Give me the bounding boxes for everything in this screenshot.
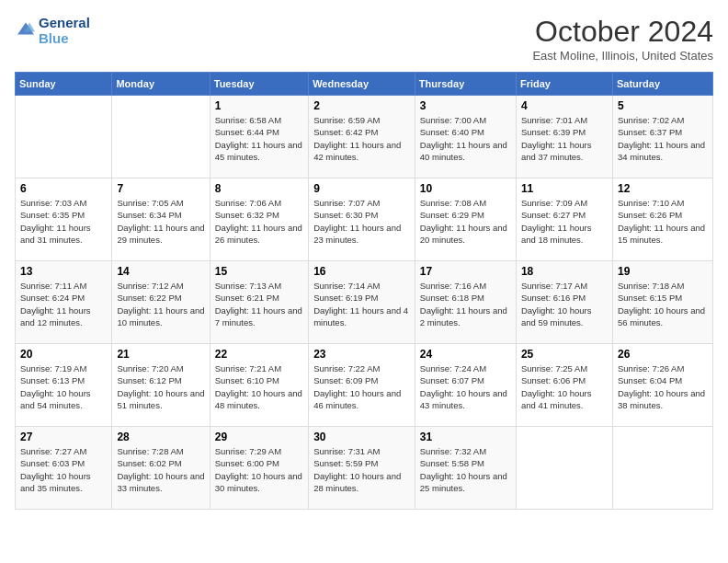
day-number: 16 (313, 265, 410, 278)
day-info: Sunrise: 7:01 AMSunset: 6:39 PMDaylight:… (521, 114, 608, 163)
day-info: Sunrise: 7:16 AMSunset: 6:18 PMDaylight:… (420, 280, 511, 328)
calendar-cell: 6Sunrise: 7:03 AMSunset: 6:35 PMDaylight… (16, 178, 112, 261)
day-number: 4 (521, 99, 608, 112)
calendar-week-row: 6Sunrise: 7:03 AMSunset: 6:35 PMDaylight… (16, 178, 713, 261)
calendar-week-row: 13Sunrise: 7:11 AMSunset: 6:24 PMDayligh… (16, 261, 713, 344)
calendar-cell: 5Sunrise: 7:02 AMSunset: 6:37 PMDaylight… (612, 96, 712, 178)
day-number: 18 (521, 265, 608, 278)
calendar-cell: 25Sunrise: 7:25 AMSunset: 6:06 PMDayligh… (516, 344, 612, 427)
day-number: 8 (215, 182, 303, 195)
calendar-cell: 22Sunrise: 7:21 AMSunset: 6:10 PMDayligh… (210, 344, 308, 427)
day-info: Sunrise: 6:59 AMSunset: 6:42 PMDaylight:… (313, 114, 410, 163)
day-info: Sunrise: 7:03 AMSunset: 6:35 PMDaylight:… (20, 197, 107, 246)
calendar-cell: 24Sunrise: 7:24 AMSunset: 6:07 PMDayligh… (415, 344, 516, 427)
calendar-cell: 29Sunrise: 7:29 AMSunset: 6:00 PMDayligh… (210, 427, 308, 510)
calendar-cell: 21Sunrise: 7:20 AMSunset: 6:12 PMDayligh… (112, 344, 210, 427)
day-number: 17 (420, 265, 511, 278)
calendar-cell: 31Sunrise: 7:32 AMSunset: 5:58 PMDayligh… (415, 427, 516, 510)
day-info: Sunrise: 7:25 AMSunset: 6:06 PMDaylight:… (521, 362, 608, 411)
calendar-cell: 26Sunrise: 7:26 AMSunset: 6:04 PMDayligh… (612, 344, 712, 427)
calendar-table: SundayMondayTuesdayWednesdayThursdayFrid… (15, 72, 713, 510)
day-info: Sunrise: 7:11 AMSunset: 6:24 PMDaylight:… (20, 280, 107, 328)
calendar-cell: 1Sunrise: 6:58 AMSunset: 6:44 PMDaylight… (210, 96, 308, 178)
logo-icon (17, 19, 35, 38)
day-info: Sunrise: 7:21 AMSunset: 6:10 PMDaylight:… (215, 362, 303, 411)
day-info: Sunrise: 7:27 AMSunset: 6:03 PMDaylight:… (20, 445, 107, 494)
calendar-cell: 3Sunrise: 7:00 AMSunset: 6:40 PMDaylight… (415, 96, 516, 178)
day-number: 29 (215, 431, 303, 443)
day-number: 19 (618, 265, 708, 278)
day-info: Sunrise: 7:06 AMSunset: 6:32 PMDaylight:… (215, 197, 303, 246)
weekday-header: Saturday (612, 73, 712, 96)
day-info: Sunrise: 7:22 AMSunset: 6:09 PMDaylight:… (313, 362, 410, 411)
calendar-cell: 27Sunrise: 7:27 AMSunset: 6:03 PMDayligh… (16, 427, 112, 510)
day-info: Sunrise: 7:00 AMSunset: 6:40 PMDaylight:… (420, 114, 511, 163)
day-info: Sunrise: 7:20 AMSunset: 6:12 PMDaylight:… (117, 362, 204, 411)
day-number: 21 (117, 348, 204, 361)
day-number: 1 (215, 99, 303, 112)
calendar-header-row: SundayMondayTuesdayWednesdayThursdayFrid… (16, 73, 713, 96)
logo-text-general: General (39, 15, 90, 30)
day-info: Sunrise: 7:13 AMSunset: 6:21 PMDaylight:… (215, 280, 303, 328)
day-info: Sunrise: 7:02 AMSunset: 6:37 PMDaylight:… (618, 114, 708, 163)
day-info: Sunrise: 7:08 AMSunset: 6:29 PMDaylight:… (420, 197, 511, 246)
calendar-cell: 2Sunrise: 6:59 AMSunset: 6:42 PMDaylight… (309, 96, 415, 178)
logo: General Blue (15, 15, 90, 47)
calendar-cell (516, 427, 612, 510)
day-info: Sunrise: 7:29 AMSunset: 6:00 PMDaylight:… (215, 445, 303, 494)
weekday-header: Wednesday (309, 73, 415, 96)
calendar-cell: 12Sunrise: 7:10 AMSunset: 6:26 PMDayligh… (612, 178, 712, 261)
day-info: Sunrise: 7:18 AMSunset: 6:15 PMDaylight:… (618, 280, 708, 328)
day-number: 26 (618, 348, 708, 361)
calendar-cell (112, 96, 210, 178)
calendar-cell: 20Sunrise: 7:19 AMSunset: 6:13 PMDayligh… (16, 344, 112, 427)
day-info: Sunrise: 7:32 AMSunset: 5:58 PMDaylight:… (420, 445, 511, 494)
day-number: 30 (313, 431, 410, 443)
calendar-cell: 15Sunrise: 7:13 AMSunset: 6:21 PMDayligh… (210, 261, 308, 344)
day-number: 2 (313, 99, 410, 112)
day-info: Sunrise: 7:19 AMSunset: 6:13 PMDaylight:… (20, 362, 107, 411)
day-number: 15 (215, 265, 303, 278)
calendar-week-row: 27Sunrise: 7:27 AMSunset: 6:03 PMDayligh… (16, 427, 713, 510)
weekday-header: Monday (112, 73, 210, 96)
day-number: 5 (618, 99, 708, 112)
calendar-week-row: 20Sunrise: 7:19 AMSunset: 6:13 PMDayligh… (16, 344, 713, 427)
day-info: Sunrise: 7:10 AMSunset: 6:26 PMDaylight:… (618, 197, 708, 246)
day-info: Sunrise: 7:09 AMSunset: 6:27 PMDaylight:… (521, 197, 608, 246)
day-info: Sunrise: 6:58 AMSunset: 6:44 PMDaylight:… (215, 114, 303, 163)
calendar-cell: 19Sunrise: 7:18 AMSunset: 6:15 PMDayligh… (612, 261, 712, 344)
calendar-cell: 28Sunrise: 7:28 AMSunset: 6:02 PMDayligh… (112, 427, 210, 510)
weekday-header: Friday (516, 73, 612, 96)
day-number: 3 (420, 99, 511, 112)
calendar-cell: 18Sunrise: 7:17 AMSunset: 6:16 PMDayligh… (516, 261, 612, 344)
page-header: General Blue October 2024 East Moline, I… (15, 15, 713, 63)
calendar-cell: 30Sunrise: 7:31 AMSunset: 5:59 PMDayligh… (309, 427, 415, 510)
weekday-header: Sunday (16, 73, 112, 96)
title-area: October 2024 East Moline, Illinois, Unit… (532, 15, 713, 63)
day-number: 9 (313, 182, 410, 195)
day-number: 25 (521, 348, 608, 361)
calendar-cell (16, 96, 112, 178)
weekday-header: Tuesday (210, 73, 308, 96)
day-number: 11 (521, 182, 608, 195)
day-number: 20 (20, 348, 107, 361)
calendar-cell: 9Sunrise: 7:07 AMSunset: 6:30 PMDaylight… (309, 178, 415, 261)
day-number: 31 (420, 431, 511, 443)
month-title: October 2024 (532, 15, 713, 49)
calendar-cell: 14Sunrise: 7:12 AMSunset: 6:22 PMDayligh… (112, 261, 210, 344)
calendar-cell (612, 427, 712, 510)
day-info: Sunrise: 7:28 AMSunset: 6:02 PMDaylight:… (117, 445, 204, 494)
day-number: 22 (215, 348, 303, 361)
day-number: 6 (20, 182, 107, 195)
calendar-cell: 7Sunrise: 7:05 AMSunset: 6:34 PMDaylight… (112, 178, 210, 261)
day-number: 23 (313, 348, 410, 361)
calendar-week-row: 1Sunrise: 6:58 AMSunset: 6:44 PMDaylight… (16, 96, 713, 178)
day-number: 27 (20, 431, 107, 443)
weekday-header: Thursday (415, 73, 516, 96)
calendar-cell: 4Sunrise: 7:01 AMSunset: 6:39 PMDaylight… (516, 96, 612, 178)
calendar-cell: 8Sunrise: 7:06 AMSunset: 6:32 PMDaylight… (210, 178, 308, 261)
logo-text-blue: Blue (39, 30, 90, 46)
day-info: Sunrise: 7:17 AMSunset: 6:16 PMDaylight:… (521, 280, 608, 328)
location-subtitle: East Moline, Illinois, United States (532, 49, 713, 63)
day-info: Sunrise: 7:26 AMSunset: 6:04 PMDaylight:… (618, 362, 708, 411)
